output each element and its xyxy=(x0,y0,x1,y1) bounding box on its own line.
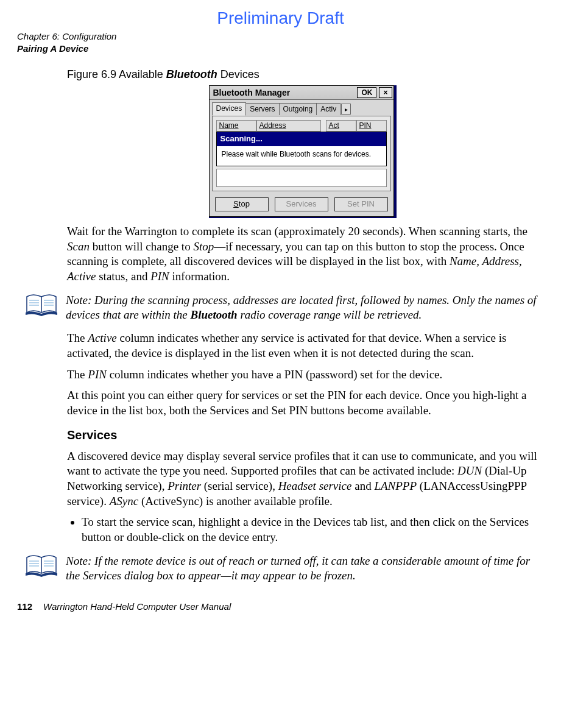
note-scanning-process: Note: During the scanning process, addre… xyxy=(24,292,538,323)
figure-caption-prefix: Figure 6.9 Available xyxy=(67,68,166,80)
figure-screenshot: Bluetooth Manager OK × Devices Servers O… xyxy=(67,85,538,218)
page-number: 112 xyxy=(17,601,32,612)
p1d: Stop xyxy=(193,240,214,253)
services-heading: Services xyxy=(67,427,538,443)
p3c: column indicates whether you have a PIN … xyxy=(107,368,442,381)
col-pin[interactable]: PIN xyxy=(356,120,387,132)
p5g: and xyxy=(351,479,374,492)
p1b: Scan xyxy=(67,240,90,253)
stop-button[interactable]: Stop xyxy=(215,197,269,211)
tab-devices[interactable]: Devices xyxy=(212,102,247,116)
p1c: button will change to xyxy=(90,240,193,253)
paragraph-active-column: The Active column indicates whether any … xyxy=(67,331,538,361)
note-remote-device: Note: If the remote device is out of rea… xyxy=(24,553,538,584)
p5f: Headset service xyxy=(278,479,352,492)
p1g: status, and xyxy=(96,270,150,283)
p1h: PIN xyxy=(150,270,169,283)
bc: tab list, and then click on the xyxy=(350,515,489,528)
p5k: (ActiveSync) is another available profil… xyxy=(138,495,333,507)
page-header: Chapter 6: Configuration Pairing A Devic… xyxy=(17,30,544,55)
preliminary-draft-label: Preliminary Draft xyxy=(17,9,544,28)
devices-tab-pane: Name Address Act PIN Scanning... Please … xyxy=(212,116,391,191)
scanning-message: Please wait while Bluetooth scans for de… xyxy=(217,146,386,166)
be: button or double-click on the device ent… xyxy=(82,531,278,543)
bluetooth-manager-window: Bluetooth Manager OK × Devices Servers O… xyxy=(209,85,394,217)
p3b: PIN xyxy=(88,368,107,381)
service-scan-bullet-list: To start the service scan, highlight a d… xyxy=(67,515,538,545)
p5j: ASync xyxy=(110,495,138,507)
bb: Devices xyxy=(313,515,350,528)
tab-outgoing[interactable]: Outgoing xyxy=(279,103,317,116)
figure-caption: Figure 6.9 Available Bluetooth Devices xyxy=(67,68,538,82)
p2b: Active xyxy=(88,331,116,344)
figure-caption-bluetooth: Bluetooth xyxy=(166,68,217,80)
ba: To start the service scan, highlight a d… xyxy=(82,515,313,528)
note1c: radio coverage range will be retrieved. xyxy=(238,308,422,321)
p5d: Printer xyxy=(168,479,201,492)
close-button[interactable]: × xyxy=(379,87,392,98)
paragraph-pin-column: The PIN column indicates whether you hav… xyxy=(67,367,538,383)
p5e: (serial service), xyxy=(201,479,278,492)
paragraph-service-profiles: A discovered device may display several … xyxy=(67,449,538,509)
stop-button-pre: S xyxy=(233,199,239,208)
p5b: DUN xyxy=(457,464,482,477)
book-icon xyxy=(24,553,58,578)
devices-list-area xyxy=(216,169,387,187)
col-act[interactable]: Act xyxy=(326,120,356,132)
scanning-title: Scanning... xyxy=(217,132,386,146)
page-footer: 112Warrington Hand-Held Computer User Ma… xyxy=(17,601,544,612)
figure-caption-suffix: Devices xyxy=(217,68,259,80)
stop-button-post: op xyxy=(241,199,249,208)
paragraph-query-services: At this point you can either query for s… xyxy=(67,388,538,418)
tab-scroll-right[interactable]: ▸ xyxy=(341,104,351,115)
paragraph-scan-description: Wait for the Warrington to complete its … xyxy=(67,224,538,284)
tab-active[interactable]: Activ xyxy=(316,103,340,116)
p2c: column indicates whether any service is … xyxy=(67,331,506,359)
note2-text: Note: If the remote device is out of rea… xyxy=(66,553,538,584)
window-title: Bluetooth Manager xyxy=(213,87,355,98)
bullet-service-scan: To start the service scan, highlight a d… xyxy=(82,515,538,545)
section-line: Pairing A Device xyxy=(17,43,544,55)
p1a: Wait for the Warrington to complete its … xyxy=(67,225,527,238)
p5h: LANPPP xyxy=(374,479,417,492)
ok-button[interactable]: OK xyxy=(357,87,376,98)
book-icon xyxy=(24,292,58,317)
tab-servers[interactable]: Servers xyxy=(245,103,279,116)
set-pin-button[interactable]: Set PIN xyxy=(334,197,388,211)
scanning-dialog: Scanning... Please wait while Bluetooth … xyxy=(216,132,387,166)
chapter-line: Chapter 6: Configuration xyxy=(17,30,544,43)
footer-title: Warrington Hand-Held Computer User Manua… xyxy=(43,601,231,612)
bd: Services xyxy=(490,515,529,528)
col-address[interactable]: Address xyxy=(256,120,321,132)
p1i: information. xyxy=(169,270,230,283)
col-name[interactable]: Name xyxy=(216,120,256,132)
note1b: Bluetooth xyxy=(191,308,238,321)
p2a: The xyxy=(67,331,88,344)
services-button[interactable]: Services xyxy=(275,197,328,211)
p3a: The xyxy=(67,368,88,381)
